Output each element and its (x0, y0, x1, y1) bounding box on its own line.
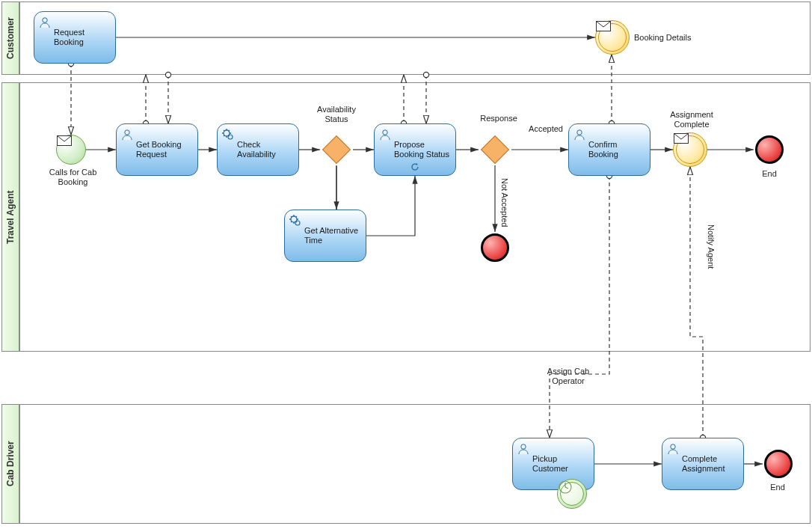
gateway-label: Availability Status (307, 105, 366, 124)
task-get-alternative-time[interactable]: Get Alternative Time (284, 210, 366, 262)
task-label: Get Alternative Time (304, 226, 360, 245)
task-get-booking-request[interactable]: Get Booking Request (116, 123, 198, 176)
event-label: End (766, 483, 789, 492)
task-label: Propose Booking Status (394, 140, 449, 159)
svg-point-16 (383, 130, 387, 135)
svg-point-34 (671, 444, 675, 449)
svg-rect-15 (323, 136, 351, 164)
gateway-availability-status[interactable] (320, 133, 353, 166)
user-icon (38, 16, 52, 29)
svg-point-30 (521, 444, 526, 449)
task-confirm-booking[interactable]: Confirm Booking (568, 123, 650, 176)
gear-icon (289, 214, 302, 227)
svg-line-12 (224, 135, 225, 137)
svg-line-24 (291, 221, 292, 223)
task-propose-booking-status[interactable]: Propose Booking Status (374, 123, 456, 176)
svg-line-13 (229, 130, 230, 132)
gear-icon (221, 128, 235, 141)
event-booking-details[interactable] (595, 20, 630, 55)
task-complete-assignment[interactable]: Complete Assignment (662, 438, 744, 490)
flow-label-notify-agent: Notify Agent (706, 224, 716, 269)
loop-icon (410, 162, 420, 172)
svg-point-28 (577, 130, 582, 135)
svg-point-4 (125, 130, 129, 135)
flow-label-accepted: Accepted (523, 124, 568, 134)
end-event-driver[interactable] (764, 450, 793, 478)
svg-line-22 (291, 216, 292, 218)
bpmn-diagram: Customer Travel Agent Cab Driver (0, 0, 812, 532)
task-check-availability[interactable]: Check Availability (217, 123, 299, 176)
user-icon (666, 442, 680, 456)
clock-icon (558, 480, 573, 495)
svg-line-25 (296, 216, 298, 218)
envelope-icon (57, 135, 72, 146)
gateway-label: Response (473, 114, 525, 123)
task-label: Pickup Customer (532, 454, 588, 474)
end-event-agent[interactable] (755, 135, 784, 164)
user-icon (378, 128, 392, 141)
event-label: Assignment Complete (662, 110, 722, 129)
svg-line-33 (565, 487, 568, 489)
event-label: Booking Details (634, 33, 709, 43)
task-request-booking[interactable]: Request Booking (34, 11, 116, 64)
svg-point-1 (43, 18, 47, 22)
task-label: Complete Assignment (682, 454, 737, 474)
task-label: Confirm Booking (588, 140, 644, 159)
task-label: Get Booking Request (136, 140, 191, 159)
timer-boundary-event[interactable] (557, 479, 587, 509)
flow-label-not-accepted: Not Accepted (499, 178, 509, 227)
svg-line-10 (224, 130, 225, 132)
envelope-icon (674, 133, 689, 144)
flow-label-assign-cab: Assign Cab Operator (538, 367, 598, 386)
task-label: Check Availability (237, 140, 292, 159)
user-icon (120, 128, 134, 141)
svg-point-14 (228, 135, 233, 139)
svg-point-26 (295, 221, 300, 225)
task-label: Request Booking (54, 28, 109, 47)
end-event-not-accepted[interactable] (481, 233, 509, 262)
event-label: Calls for Cab Booking (45, 168, 101, 187)
gateway-response[interactable] (479, 133, 511, 166)
event-assignment-complete[interactable] (673, 132, 707, 167)
user-icon (517, 442, 530, 456)
svg-rect-27 (482, 136, 509, 164)
envelope-icon (596, 21, 611, 31)
event-label: End (758, 169, 781, 179)
user-icon (573, 128, 586, 141)
start-event-calls[interactable] (56, 135, 86, 165)
